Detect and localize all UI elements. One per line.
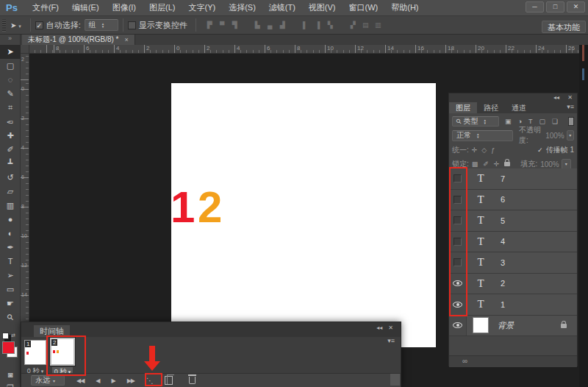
filter-kind-dropdown[interactable]: ⚲ 类型 ▴▾ (452, 116, 499, 127)
menu-bar: 文件(F)编辑(E)图像(I)图层(L)文字(Y)选择(S)滤镜(T)视图(V)… (32, 2, 419, 13)
tab-路径[interactable]: 路径 (477, 102, 505, 113)
layer-row-3[interactable]: T3 (449, 252, 577, 274)
link-layers-icon[interactable]: ∞ (462, 357, 467, 365)
layer-row-1[interactable]: T1 (449, 294, 577, 316)
play-button[interactable]: ▶ (111, 377, 115, 384)
opacity-caret-icon[interactable]: ▾ (567, 130, 574, 141)
layer-row-4[interactable]: T4 (449, 232, 577, 253)
clone-stamp-tool[interactable]: ┻ (0, 157, 21, 171)
next-frame-button[interactable]: ▶▶ (127, 377, 135, 384)
lock-icon-1[interactable]: ✐ (483, 160, 489, 168)
text-layer-thumbnail: T (470, 214, 492, 227)
fill-caret-icon[interactable]: ▾ (562, 159, 571, 169)
toolbar-collapse-icon[interactable]: » (0, 35, 20, 45)
unify-icon-2[interactable]: ƒ (491, 146, 495, 154)
filter-toggle[interactable] (568, 117, 574, 126)
tab-通道[interactable]: 通道 (505, 102, 533, 113)
blend-mode-dropdown[interactable]: 正常 ▴▾ (452, 130, 513, 141)
new-frame-button[interactable] (165, 376, 173, 385)
menu-item-9[interactable]: 帮助(H) (391, 2, 418, 13)
foreground-color-swatch[interactable] (2, 341, 15, 354)
crop-tool[interactable]: ⌗ (0, 101, 21, 115)
zoom-tool[interactable]: ⚲ (0, 310, 21, 324)
healing-brush-tool[interactable]: ✚ (0, 129, 21, 143)
panel-menu-icon[interactable]: ▾≡ (567, 103, 574, 110)
maximize-button[interactable]: □ (546, 1, 564, 13)
fill-label: 填充: (520, 159, 537, 169)
resize-grip[interactable] (390, 374, 400, 386)
timeline-header-icons: ◂◂ ✕ (376, 324, 393, 331)
path-selection-tool[interactable]: ➢ (0, 269, 21, 283)
tab-图层[interactable]: 图层 (449, 102, 477, 113)
hand-tool[interactable]: ☛ (0, 297, 21, 310)
panel-collapse-icon[interactable]: ◂◂ (376, 324, 382, 331)
quick-selection-tool[interactable]: ✎ (0, 87, 21, 101)
lock-all-icon[interactable] (504, 162, 510, 166)
panel-close-icon[interactable]: ✕ (567, 94, 573, 101)
shape-tool[interactable]: ▭ (0, 283, 21, 297)
layer-row-2[interactable]: T2 (449, 274, 577, 295)
brush-tool[interactable]: ✐ (0, 143, 21, 157)
default-colors-icon[interactable] (2, 333, 9, 339)
history-brush-tool[interactable]: ↺ (0, 171, 21, 185)
filter-icon-2[interactable]: T (528, 118, 533, 125)
document-canvas[interactable]: 1 2 (171, 83, 436, 347)
lasso-tool[interactable]: ◌ (0, 73, 21, 87)
layer-row-5[interactable]: T5 (449, 210, 577, 232)
move-tool-preset[interactable]: ➤ ▾ (10, 21, 21, 29)
swap-colors-icon[interactable]: ⇄ (11, 333, 15, 338)
menu-item-2[interactable]: 图像(I) (112, 2, 136, 13)
menu-item-5[interactable]: 选择(S) (229, 2, 256, 13)
document-tab[interactable]: 未标题-1 @ 100%(RGB/8) * × (22, 35, 135, 45)
menu-item-3[interactable]: 图层(L) (149, 2, 175, 13)
lock-icon-2[interactable]: ✛ (494, 160, 500, 168)
propagate-checkbox[interactable]: ✓ (537, 146, 543, 154)
move-tool[interactable]: ➤ (0, 45, 21, 59)
menu-item-0[interactable]: 文件(F) (32, 2, 59, 13)
type-tool[interactable]: T (0, 255, 21, 269)
workspace-button[interactable]: 基本功能 (542, 21, 586, 33)
visibility-toggle[interactable] (449, 316, 467, 336)
close-button[interactable]: ✕ (567, 1, 585, 13)
eraser-tool[interactable]: ▱ (0, 185, 21, 199)
screen-mode-button[interactable]: ❐ (0, 383, 21, 387)
filter-icon-4[interactable]: ❏ (552, 118, 558, 125)
timeline-menu-icon[interactable]: ▾≡ (387, 337, 395, 344)
gradient-tool[interactable]: ▥ (0, 199, 21, 213)
ruler-h-label: 0 (176, 45, 179, 52)
show-transform-checkbox[interactable]: · (128, 21, 136, 29)
panel-collapse-icon[interactable]: ◂◂ (553, 94, 559, 101)
frame-thumbnail[interactable]: 1 (24, 340, 46, 365)
marquee-tool[interactable]: ▢ (0, 59, 21, 73)
auto-select-dropdown[interactable]: 组 ▴▾ (85, 19, 118, 31)
eyedropper-tool[interactable]: ✑ (0, 115, 21, 129)
unify-icon-1[interactable]: ◇ (481, 146, 487, 154)
layer-row-背景[interactable]: 背景 (449, 316, 577, 337)
menu-item-1[interactable]: 编辑(E) (72, 2, 99, 13)
layer-row-7[interactable]: T7 (449, 168, 577, 190)
filter-icon-3[interactable]: ▢ (539, 118, 545, 125)
dodge-tool[interactable]: ◐ (0, 227, 21, 241)
filter-icon-1[interactable]: ◑ (518, 118, 522, 125)
previous-frame-button[interactable]: ◀ (96, 377, 99, 384)
delete-frame-button[interactable] (189, 377, 196, 384)
menu-item-4[interactable]: 文字(Y) (188, 2, 215, 13)
tab-close-icon[interactable]: × (125, 36, 129, 43)
menu-item-7[interactable]: 视图(V) (309, 2, 336, 13)
pen-tool[interactable]: ✒ (0, 241, 21, 255)
options-bar: ➤ ▾ ✓ 自动选择: 组 ▴▾ · 显示变换控件 ▛▀▜▙▄▟▌▐▚▞▤▥ 基… (0, 16, 588, 35)
auto-select-checkbox[interactable]: ✓ (35, 21, 43, 29)
first-frame-button[interactable]: ◀◀ (76, 377, 84, 384)
menu-item-8[interactable]: 窗口(W) (349, 2, 379, 13)
loop-dropdown[interactable]: 永远 ▾ (31, 375, 65, 386)
filter-icon-0[interactable]: ▣ (505, 118, 512, 125)
unify-icon-0[interactable]: ✛ (472, 146, 478, 154)
blur-tool[interactable]: ● (0, 213, 21, 227)
lock-icon-0[interactable]: ▩ (472, 160, 478, 168)
frame-1[interactable]: 10 秒 ▾ (24, 340, 46, 376)
quick-mask-button[interactable]: ◙ (0, 370, 21, 379)
menu-item-6[interactable]: 滤镜(T) (269, 2, 295, 13)
layer-row-6[interactable]: T6 (449, 190, 577, 211)
minimize-button[interactable]: ─ (526, 1, 544, 13)
panel-close-icon[interactable]: ✕ (388, 324, 393, 331)
